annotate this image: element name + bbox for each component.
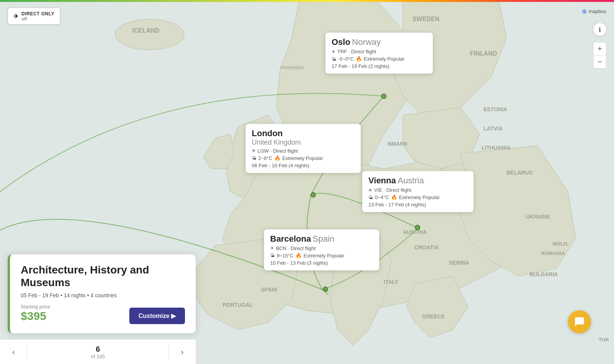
svg-text:GREECE: GREECE xyxy=(422,313,445,320)
barcelona-city: Barcelona xyxy=(270,234,311,244)
page-info: 6 of 105 xyxy=(27,345,168,359)
barcelona-pop-icon: 🔥 xyxy=(295,253,302,259)
chat-button[interactable] xyxy=(568,310,591,333)
svg-text:ICELAND: ICELAND xyxy=(132,27,159,34)
vienna-dates: 13 Feb - 17 Feb (4 nights) xyxy=(368,202,467,208)
london-city: London xyxy=(252,128,283,138)
direct-only-status: off xyxy=(21,16,54,21)
svg-text:SERBIA: SERBIA xyxy=(449,260,469,266)
london-flight-info: LGW · Direct flight xyxy=(257,148,298,154)
london-weather-icon: 🌤 xyxy=(252,155,256,161)
svg-text:SPAIN: SPAIN xyxy=(261,287,277,293)
vienna-pin[interactable] xyxy=(415,225,420,230)
mapbox-logo: ⊕ mapbox xyxy=(582,8,606,15)
zoom-controls: + − xyxy=(593,42,606,68)
london-popup: London United Kingdom ✈ LGW · Direct fli… xyxy=(246,124,361,173)
svg-text:AUSTRIA: AUSTRIA xyxy=(403,229,427,235)
svg-text:SWEDEN: SWEDEN xyxy=(413,16,439,22)
trip-meta: 05 Feb - 19 Feb • 14 nights • 4 countrie… xyxy=(21,292,185,298)
prev-button[interactable]: ‹ xyxy=(0,340,27,364)
info-button[interactable]: ℹ xyxy=(593,23,606,36)
vienna-city: Vienna xyxy=(368,176,396,185)
svg-text:BELARUS: BELARUS xyxy=(507,170,533,176)
svg-text:ROMANIA: ROMANIA xyxy=(541,250,565,256)
oslo-flight-info: TRF · Direct flight xyxy=(337,49,376,54)
customize-button[interactable]: Customize ▶ xyxy=(129,308,185,324)
svg-text:BULGARIA: BULGARIA xyxy=(530,271,558,277)
barcelona-country: Spain xyxy=(313,234,334,244)
zoom-in-button[interactable]: + xyxy=(593,42,606,55)
chat-icon xyxy=(574,316,585,327)
progress-bar xyxy=(0,0,614,2)
svg-text:CROATIA: CROATIA xyxy=(414,244,439,250)
london-pin[interactable] xyxy=(310,192,316,198)
vienna-popup: Vienna Austria ✈ VIE · Direct flight 🌤 0… xyxy=(362,171,474,212)
direct-only-label: DIRECT ONLY xyxy=(21,11,54,16)
oslo-flight-icon: ✈ xyxy=(332,49,335,54)
svg-text:ESTONIA: ESTONIA xyxy=(484,106,507,112)
svg-text:Norwegian: Norwegian xyxy=(280,64,304,70)
barcelona-popup: Barcelona Spain ✈ BCN · Direct flight 🌤 … xyxy=(264,229,379,270)
london-popularity: Extremely Popular xyxy=(282,155,323,161)
vienna-weather-icon: 🌤 xyxy=(368,195,373,200)
zoom-out-button[interactable]: − xyxy=(593,55,606,68)
oslo-pop-icon: 🔥 xyxy=(356,56,362,62)
svg-text:UKRAINE: UKRAINE xyxy=(526,214,550,220)
oslo-popularity: Extremely Popular xyxy=(364,56,404,62)
mapbox-text: mapbox xyxy=(589,8,606,14)
vienna-country: Austria xyxy=(398,176,424,185)
svg-point-2 xyxy=(115,19,184,50)
vienna-flight-info: VIE · Direct flight xyxy=(374,187,411,193)
oslo-dates: 17 Feb - 19 Feb (2 nights) xyxy=(332,63,427,69)
vienna-popularity: Extremely Popular xyxy=(399,194,440,200)
oslo-temp: -5~0°C xyxy=(338,56,354,62)
trip-title: Architecture, History and Museums xyxy=(21,264,185,289)
oslo-city: Oslo xyxy=(332,37,350,47)
current-page: 6 xyxy=(96,345,100,354)
next-button[interactable]: › xyxy=(169,340,196,364)
svg-text:TUR: TUR xyxy=(599,337,609,343)
barcelona-flight-info: BCN · Direct flight xyxy=(276,245,315,251)
svg-text:FINLAND: FINLAND xyxy=(470,50,497,57)
oslo-pin[interactable] xyxy=(381,94,386,99)
vienna-pop-icon: 🔥 xyxy=(391,194,397,200)
mapbox-icon: ⊕ xyxy=(582,8,587,15)
oslo-weather-icon: 🌤 xyxy=(332,56,336,62)
barcelona-pin[interactable] xyxy=(323,287,328,292)
london-dates: 06 Feb - 10 Feb (4 nights) xyxy=(252,163,355,168)
trip-card: Architecture, History and Museums 05 Feb… xyxy=(8,254,196,333)
svg-text:LITHUANIA: LITHUANIA xyxy=(482,145,510,151)
svg-text:LATVIA: LATVIA xyxy=(484,125,503,132)
vienna-flight-icon: ✈ xyxy=(368,188,372,193)
oslo-popup: Oslo Norway ✈ TRF · Direct flight 🌤 -5~0… xyxy=(325,33,433,74)
london-flight-icon: ✈ xyxy=(252,148,256,153)
barcelona-weather-icon: 🌤 xyxy=(270,253,275,258)
barcelona-popularity: Extremely Popular xyxy=(304,253,344,259)
barcelona-temp: 9~15°C xyxy=(277,253,294,259)
svg-text:PORTUGAL: PORTUGAL xyxy=(223,302,253,308)
london-pop-icon: 🔥 xyxy=(274,155,281,161)
direct-only-button[interactable]: ✈ DIRECT ONLY off xyxy=(8,8,60,25)
svg-text:ITALY: ITALY xyxy=(384,279,399,285)
airplane-icon: ✈ xyxy=(13,13,18,20)
svg-text:NMARK: NMARK xyxy=(388,141,408,147)
pagination: ‹ 6 of 105 › xyxy=(0,339,196,364)
total-pages: of 105 xyxy=(91,354,105,359)
barcelona-dates: 10 Feb - 13 Feb (3 nights) xyxy=(270,260,373,266)
vienna-temp: 0~4°C xyxy=(375,194,389,200)
barcelona-flight-icon: ✈ xyxy=(270,245,274,251)
svg-text:MOLD.: MOLD. xyxy=(553,241,569,247)
oslo-country: Norway xyxy=(352,37,381,47)
london-country: United Kingdom xyxy=(252,138,355,147)
london-temp: 2~8°C xyxy=(258,155,272,161)
